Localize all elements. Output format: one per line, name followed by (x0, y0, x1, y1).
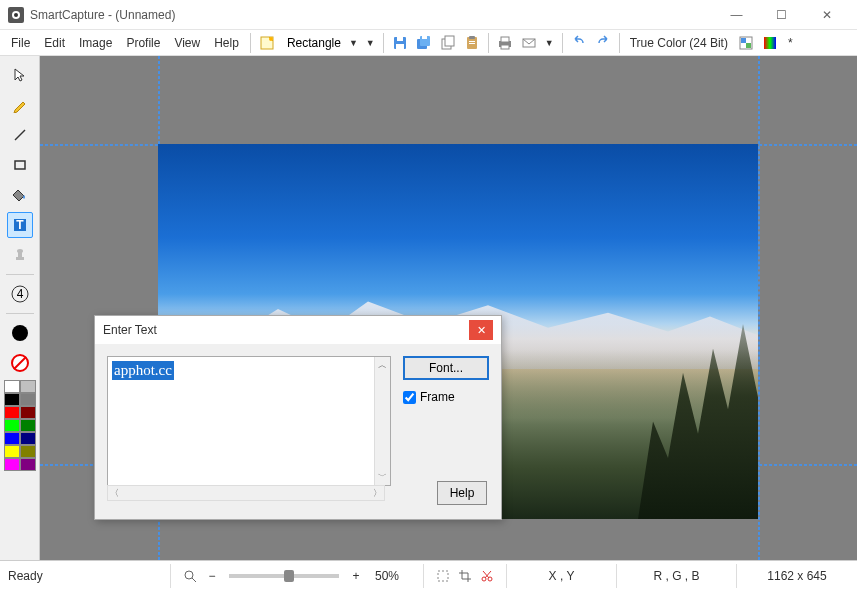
font-button[interactable]: Font... (403, 356, 489, 380)
swatch[interactable] (4, 393, 20, 406)
color-swatches (4, 380, 36, 471)
close-button[interactable]: ✕ (804, 0, 849, 30)
maximize-button[interactable]: ☐ (759, 0, 804, 30)
redo-icon[interactable] (591, 31, 615, 55)
svg-rect-9 (422, 36, 427, 39)
magnifier-icon[interactable] (179, 565, 201, 587)
menu-edit[interactable]: Edit (37, 33, 72, 53)
color-picker-icon[interactable] (734, 31, 758, 55)
svg-point-33 (12, 325, 28, 341)
swatch[interactable] (4, 406, 20, 419)
frame-checkbox-input[interactable] (403, 391, 416, 404)
svg-rect-13 (469, 36, 475, 39)
swatch[interactable] (4, 445, 20, 458)
svg-rect-21 (741, 38, 746, 43)
menu-profile[interactable]: Profile (119, 33, 167, 53)
tool-pointer[interactable] (7, 62, 33, 88)
scroll-left-icon[interactable]: 〈 (108, 485, 121, 502)
swatch[interactable] (20, 445, 36, 458)
save-all-icon[interactable] (412, 31, 436, 55)
email-dropdown-icon[interactable]: ▼ (541, 38, 558, 48)
enter-text-dialog: Enter Text ✕ apphot.cc ︿ ﹀ Font... Frame… (94, 315, 502, 520)
swatch[interactable] (20, 380, 36, 393)
status-xy: X , Y (507, 564, 617, 588)
line-weight-selector[interactable]: 4 (7, 281, 33, 307)
tool-text[interactable]: T (7, 212, 33, 238)
swatch[interactable] (20, 406, 36, 419)
swatch[interactable] (4, 419, 20, 432)
statusbar: Ready − + 50% X , Y R , G , B 1162 x 645 (0, 560, 857, 590)
color-swap-icon[interactable] (758, 31, 782, 55)
text-input[interactable]: apphot.cc ︿ ﹀ (107, 356, 391, 486)
status-dimensions: 1162 x 645 (737, 564, 857, 588)
capture-split-dropdown[interactable]: ▼ (362, 38, 379, 48)
zoom-out-button[interactable]: − (201, 565, 223, 587)
swatch[interactable] (20, 419, 36, 432)
svg-rect-17 (501, 37, 509, 42)
dialog-titlebar[interactable]: Enter Text ✕ (95, 316, 501, 344)
no-color-icon[interactable] (7, 350, 33, 376)
crop-icon[interactable] (454, 565, 476, 587)
color-mode-dropdown[interactable]: True Color (24 Bit) (624, 36, 734, 50)
print-icon[interactable] (493, 31, 517, 55)
svg-rect-11 (445, 36, 454, 46)
svg-rect-38 (438, 571, 448, 581)
zoom-value: 50% (375, 569, 415, 583)
menu-image[interactable]: Image (72, 33, 119, 53)
separator (383, 33, 384, 53)
palette-separator (6, 313, 34, 314)
svg-point-3 (269, 37, 273, 41)
separator (488, 33, 489, 53)
palette-separator (6, 274, 34, 275)
capture-icon[interactable] (255, 31, 279, 55)
tool-fill[interactable] (7, 182, 33, 208)
swatch[interactable] (4, 432, 20, 445)
minimize-button[interactable]: — (714, 0, 759, 30)
status-ready: Ready (0, 564, 171, 588)
menu-help[interactable]: Help (207, 33, 246, 53)
tool-rectangle[interactable] (7, 152, 33, 178)
status-rgb: R , G , B (617, 564, 737, 588)
scroll-down-icon[interactable]: ﹀ (376, 468, 389, 485)
help-button[interactable]: Help (437, 481, 487, 505)
modified-indicator: * (782, 36, 799, 50)
capture-mode-dropdown[interactable]: Rectangle ▼ (279, 36, 362, 50)
foreground-color[interactable] (7, 320, 33, 346)
zoom-in-button[interactable]: + (345, 565, 367, 587)
swatch[interactable] (20, 393, 36, 406)
swatch[interactable] (20, 458, 36, 471)
titlebar: SmartCapture - (Unnamed) — ☐ ✕ (0, 0, 857, 30)
swatch[interactable] (4, 458, 20, 471)
swatch[interactable] (20, 432, 36, 445)
text-selection: apphot.cc (112, 361, 174, 380)
svg-text:4: 4 (16, 287, 23, 301)
scroll-up-icon[interactable]: ︿ (376, 357, 389, 374)
svg-line-37 (192, 578, 196, 582)
swatch[interactable] (4, 380, 20, 393)
tool-pencil[interactable] (7, 92, 33, 118)
copy-icon[interactable] (436, 31, 460, 55)
svg-rect-14 (469, 41, 475, 42)
undo-icon[interactable] (567, 31, 591, 55)
window-title: SmartCapture - (Unnamed) (30, 8, 714, 22)
scissors-icon[interactable] (476, 565, 498, 587)
menu-view[interactable]: View (167, 33, 207, 53)
selection-icon[interactable] (432, 565, 454, 587)
paste-icon[interactable] (460, 31, 484, 55)
scrollbar-vertical[interactable]: ︿ ﹀ (374, 357, 390, 485)
tool-stamp[interactable] (7, 242, 33, 268)
frame-checkbox[interactable]: Frame (403, 390, 489, 404)
svg-line-24 (15, 130, 25, 140)
email-icon[interactable] (517, 31, 541, 55)
menu-file[interactable]: File (4, 33, 37, 53)
dialog-close-button[interactable]: ✕ (469, 320, 493, 340)
svg-rect-23 (764, 37, 776, 49)
zoom-slider[interactable] (229, 574, 339, 578)
separator (250, 33, 251, 53)
frame-label: Frame (420, 390, 455, 404)
svg-rect-18 (501, 45, 509, 49)
scrollbar-horizontal[interactable]: 〈 〉 (107, 485, 385, 501)
save-icon[interactable] (388, 31, 412, 55)
scroll-right-icon[interactable]: 〉 (371, 485, 384, 502)
tool-line[interactable] (7, 122, 33, 148)
